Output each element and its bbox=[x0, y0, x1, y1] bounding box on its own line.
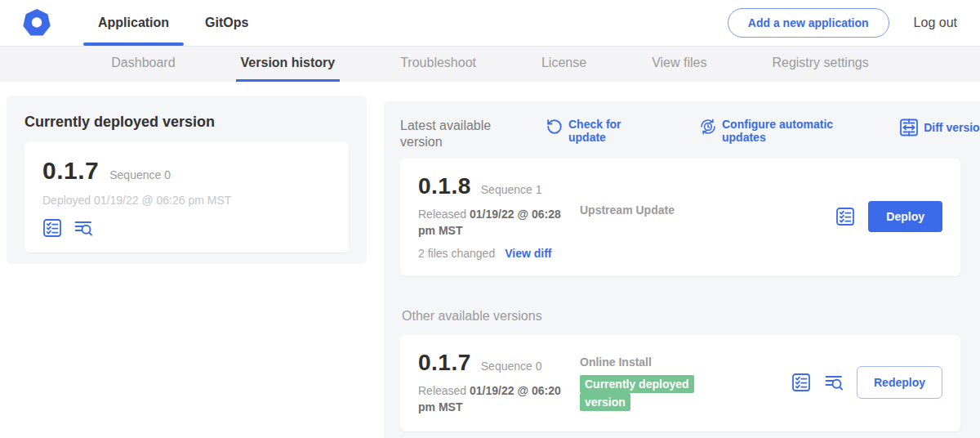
deployed-date: Deployed 01/19/22 @ 06:26 pm MST bbox=[42, 194, 331, 207]
configure-automatic-updates-label: Configure automatic updates bbox=[722, 118, 842, 144]
refresh-icon bbox=[546, 118, 564, 136]
tab-application-label: Application bbox=[98, 16, 169, 30]
heptagon-logo-icon bbox=[23, 9, 51, 37]
subnav-dashboard[interactable]: Dashboard bbox=[106, 47, 180, 82]
tab-gitops[interactable]: GitOps bbox=[187, 0, 266, 46]
latest-released-date: Released 01/19/22 @ 06:28 pm MST bbox=[418, 207, 572, 239]
diff-versions-label: Diff versions bbox=[924, 121, 980, 134]
deploy-button[interactable]: Deploy bbox=[868, 201, 942, 232]
currently-deployed-badge: Currently deployed version bbox=[580, 375, 694, 411]
other-version-number: 0.1.7 bbox=[418, 350, 471, 376]
other-version-source: Online Install bbox=[580, 355, 791, 369]
subnav-view-files[interactable]: View files bbox=[647, 47, 711, 82]
diff-icon bbox=[899, 118, 919, 137]
other-released-date: Released 01/19/22 @ 06:20 pm MST bbox=[418, 383, 572, 415]
deployed-version-number: 0.1.7 bbox=[42, 157, 99, 185]
latest-version-sequence: Sequence 1 bbox=[481, 183, 542, 196]
header-tabs: Application GitOps bbox=[80, 0, 266, 46]
files-changed-label: 2 files changed bbox=[418, 247, 495, 260]
currently-deployed-title: Currently deployed version bbox=[24, 114, 349, 131]
redeploy-button[interactable]: Redeploy bbox=[857, 366, 942, 399]
currently-deployed-badge-wrap: Currently deployed version bbox=[580, 376, 710, 411]
top-navbar: Application GitOps Add a new application… bbox=[0, 0, 980, 47]
preflight-checklist-icon[interactable] bbox=[791, 373, 811, 392]
currently-deployed-panel: Currently deployed version 0.1.7 Sequenc… bbox=[7, 96, 367, 264]
active-tab-underline bbox=[83, 42, 184, 46]
available-versions-header: Latest available version Check for updat… bbox=[400, 118, 980, 150]
available-versions-panel: Latest available version Check for updat… bbox=[384, 101, 980, 438]
clock-refresh-icon bbox=[699, 118, 717, 136]
latest-version-number: 0.1.8 bbox=[418, 173, 471, 199]
view-files-search-icon[interactable] bbox=[824, 373, 844, 392]
tab-gitops-label: GitOps bbox=[205, 16, 248, 30]
latest-available-title: Latest available version bbox=[400, 118, 521, 150]
configure-automatic-updates-button[interactable]: Configure automatic updates bbox=[699, 118, 842, 144]
check-for-update-button[interactable]: Check for update bbox=[546, 118, 642, 144]
subnav-troubleshoot[interactable]: Troubleshoot bbox=[395, 47, 481, 82]
preflight-checklist-icon[interactable] bbox=[835, 207, 855, 226]
latest-version-source: Upstream Update bbox=[580, 173, 835, 260]
subnav-version-history[interactable]: Version history bbox=[236, 47, 341, 82]
main-content: Currently deployed version 0.1.7 Sequenc… bbox=[0, 82, 980, 438]
deployed-version-card: 0.1.7 Sequence 0 Deployed 01/19/22 @ 06:… bbox=[24, 142, 349, 253]
subnav-registry-settings[interactable]: Registry settings bbox=[767, 47, 873, 82]
add-new-application-button[interactable]: Add a new application bbox=[728, 8, 889, 38]
logout-link[interactable]: Log out bbox=[914, 16, 957, 30]
other-version-sequence: Sequence 0 bbox=[481, 360, 542, 373]
other-available-versions-title: Other available versions bbox=[402, 309, 980, 324]
deployed-version-sequence: Sequence 0 bbox=[109, 168, 171, 181]
latest-version-card: 0.1.8 Sequence 1 Released 01/19/22 @ 06:… bbox=[400, 159, 960, 276]
view-diff-link[interactable]: View diff bbox=[505, 247, 551, 260]
check-for-update-label: Check for update bbox=[568, 118, 642, 144]
subnav-license[interactable]: License bbox=[537, 47, 591, 82]
tab-application[interactable]: Application bbox=[80, 0, 187, 46]
app-subnav: Dashboard Version history Troubleshoot L… bbox=[0, 47, 980, 82]
diff-versions-button[interactable]: Diff versions bbox=[899, 118, 980, 137]
topbar-right: Add a new application Log out bbox=[728, 0, 957, 46]
view-files-search-icon[interactable] bbox=[74, 218, 93, 238]
app-logo[interactable] bbox=[23, 0, 51, 46]
other-version-card: 0.1.7 Sequence 0 Released 01/19/22 @ 06:… bbox=[400, 335, 960, 431]
preflight-checklist-icon[interactable] bbox=[42, 218, 62, 238]
